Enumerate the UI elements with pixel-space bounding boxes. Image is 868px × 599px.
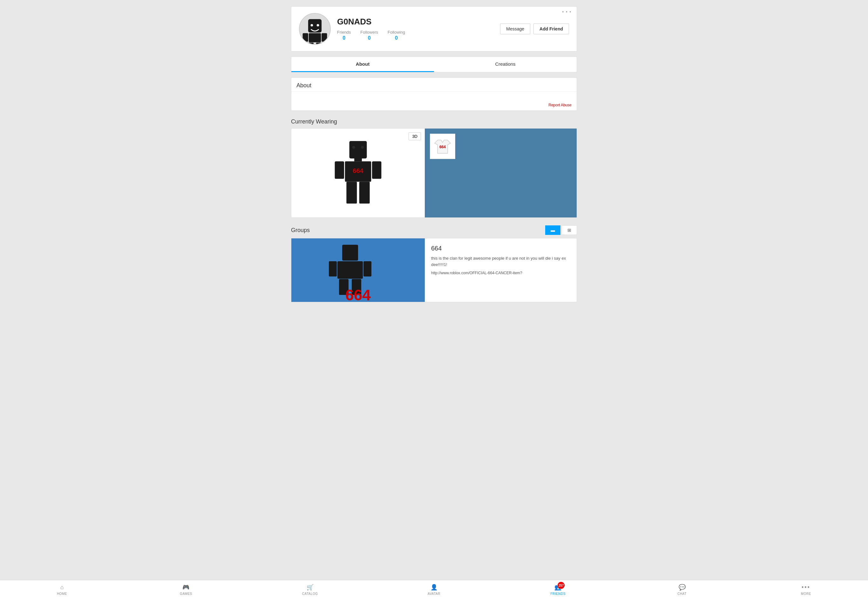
nav-catalog[interactable]: 🛒 CATALOG xyxy=(248,581,372,598)
grid-view-button[interactable]: ⊞ xyxy=(562,226,577,235)
nav-games[interactable]: 🎮 GAMES xyxy=(124,581,248,598)
group-info: 664 this is the clan for legit awesome p… xyxy=(425,238,577,302)
svg-rect-8 xyxy=(316,42,321,44)
svg-rect-17 xyxy=(346,182,357,204)
friends-badge: 257 xyxy=(558,582,565,589)
bottom-nav: ⌂ HOME 🎮 GAMES 🛒 CATALOG 👤 AVATAR 👥 257 … xyxy=(0,580,868,599)
svg-rect-1 xyxy=(308,19,322,32)
list-icon: ▬ xyxy=(551,227,555,233)
profile-info: G0NADS Friends 0 Followers 0 Following 0 xyxy=(337,17,405,41)
groups-header: Groups ▬ ⊞ xyxy=(291,223,577,238)
tab-about[interactable]: About xyxy=(291,57,434,72)
followers-stat[interactable]: Followers 0 xyxy=(360,30,378,41)
nav-avatar[interactable]: 👤 AVATAR xyxy=(372,581,496,598)
about-section: About Report Abuse xyxy=(291,77,577,111)
svg-rect-9 xyxy=(349,141,367,158)
profile-header: G0NADS Friends 0 Followers 0 Following 0 xyxy=(291,6,577,51)
friends-badge-wrapper: 👥 257 xyxy=(554,584,562,591)
3d-button[interactable]: 3D xyxy=(409,132,421,140)
more-icon: ••• xyxy=(802,584,811,591)
tabs-container: About Creations xyxy=(291,57,577,72)
grid-icon: ⊞ xyxy=(568,227,571,233)
svg-rect-6 xyxy=(322,33,327,42)
svg-rect-12 xyxy=(354,158,362,161)
nav-more[interactable]: ••• MORE xyxy=(744,581,868,598)
add-friend-button[interactable]: Add Friend xyxy=(533,24,569,34)
more-options-button[interactable]: • • • xyxy=(562,10,572,14)
svg-rect-16 xyxy=(372,161,381,179)
avatar xyxy=(299,13,331,45)
friends-stat[interactable]: Friends 0 xyxy=(337,30,351,41)
nav-friends[interactable]: 👥 257 FRIENDS xyxy=(496,581,620,598)
wearing-avatar-panel: 3D 664 xyxy=(291,129,425,217)
svg-rect-7 xyxy=(309,42,314,44)
svg-rect-4 xyxy=(309,33,321,42)
svg-point-10 xyxy=(352,146,355,149)
svg-text:664: 664 xyxy=(439,145,446,149)
wearing-section: Currently Wearing 3D 664 xyxy=(291,116,577,218)
profile-username: G0NADS xyxy=(337,17,405,27)
svg-point-11 xyxy=(361,146,364,149)
profile-stats: Friends 0 Followers 0 Following 0 xyxy=(337,30,405,41)
chat-icon: 💬 xyxy=(679,584,685,591)
home-icon: ⌂ xyxy=(60,584,64,591)
profile-actions: Message Add Friend xyxy=(500,24,569,34)
svg-rect-24 xyxy=(329,261,337,277)
message-button[interactable]: Message xyxy=(500,24,530,34)
avatar-icon: 👤 xyxy=(430,584,438,591)
clothing-item-tshirt[interactable]: 664 xyxy=(430,134,455,159)
svg-text:664: 664 xyxy=(345,287,371,302)
report-abuse-link[interactable]: Report Abuse xyxy=(548,103,572,107)
following-stat[interactable]: Following 0 xyxy=(388,30,405,41)
svg-rect-15 xyxy=(335,161,344,179)
svg-rect-5 xyxy=(303,33,308,42)
group-card: 664 664 this is the clan for legit aweso… xyxy=(291,238,577,302)
wearing-title: Currently Wearing xyxy=(291,116,577,128)
nav-home[interactable]: ⌂ HOME xyxy=(0,581,124,598)
group-link[interactable]: http://www.roblox.com/OFFICIAL-664-CANCE… xyxy=(431,271,570,275)
groups-section: Groups ▬ ⊞ xyxy=(291,223,577,302)
svg-rect-25 xyxy=(364,261,371,277)
group-name: 664 xyxy=(431,245,570,252)
wearing-items-panel: 664 xyxy=(425,129,577,217)
svg-text:664: 664 xyxy=(353,167,364,174)
tab-creations[interactable]: Creations xyxy=(434,57,577,72)
view-toggle: ▬ ⊞ xyxy=(545,226,577,235)
svg-rect-22 xyxy=(342,245,358,260)
about-title: About xyxy=(291,78,577,92)
catalog-icon: 🛒 xyxy=(306,584,314,591)
svg-rect-23 xyxy=(337,261,363,279)
about-content: Report Abuse xyxy=(291,92,577,110)
svg-point-2 xyxy=(311,24,313,27)
list-view-button[interactable]: ▬ xyxy=(545,226,560,235)
profile-left: G0NADS Friends 0 Followers 0 Following 0 xyxy=(299,13,405,45)
svg-rect-18 xyxy=(359,182,370,204)
group-image[interactable]: 664 xyxy=(291,238,425,302)
groups-title: Groups xyxy=(291,227,310,233)
svg-point-3 xyxy=(317,24,319,27)
games-icon: 🎮 xyxy=(183,584,189,591)
wearing-content: 3D 664 xyxy=(291,128,577,218)
group-description: this is the clan for legit awesome peopl… xyxy=(431,255,570,268)
nav-chat[interactable]: 💬 CHAT xyxy=(620,581,744,598)
